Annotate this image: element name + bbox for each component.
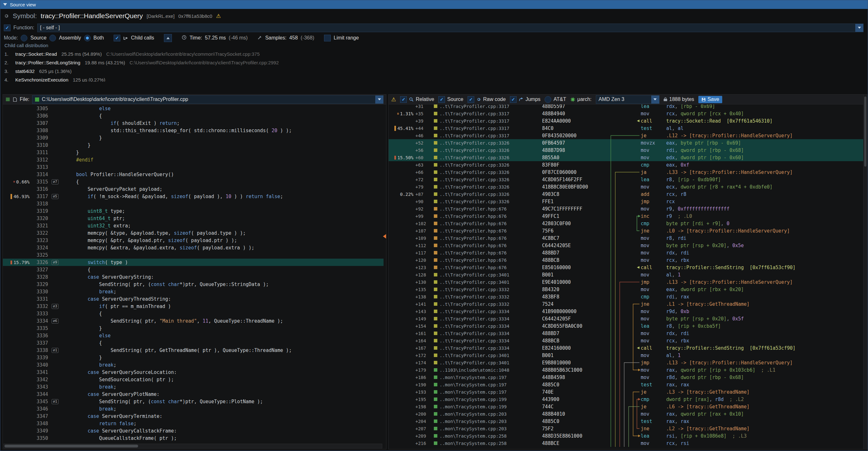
- source-line[interactable]: 3316 ServerQueryPacket payload;: [3, 185, 383, 193]
- child-calls-label[interactable]: Child calls: [131, 35, 154, 41]
- source-line[interactable]: 3313: [3, 163, 383, 171]
- function-checkbox[interactable]: ✓: [4, 25, 10, 31]
- source-line[interactable]: 0.66%3315⌀7 {: [3, 178, 383, 185]
- source-line[interactable]: 3336 else: [3, 332, 383, 339]
- asm-row[interactable]: +109..t\TracyProfiler.hpp:6764C8BC7movr8…: [389, 234, 864, 242]
- source-line[interactable]: 3337 {: [3, 339, 383, 347]
- asm-row[interactable]: +31..t\TracyProfiler.cpp:3317488D5597lea…: [389, 104, 864, 110]
- source-line[interactable]: 3323 memcpy( &ptr, &payload.ptr, sizeof(…: [3, 237, 383, 244]
- source-line[interactable]: 3345⌀1 SendString( ptr, (const char*)ptr…: [3, 398, 383, 405]
- function-select[interactable]: [ - self - ]: [37, 24, 864, 32]
- source-horizontal-scrollbar[interactable]: [3, 444, 382, 448]
- raw-code-label[interactable]: Raw code: [483, 96, 506, 102]
- child-call-entry[interactable]: 2.tracy::Profiler::SendLongString19.88 m…: [4, 58, 862, 67]
- limit-range-label[interactable]: Limit range: [334, 35, 359, 41]
- asm-row[interactable]: +39..t\TracyProfiler.cpp:3317E824AA0000c…: [389, 117, 864, 124]
- source-line[interactable]: 3321 uint32_t extra;: [3, 222, 383, 229]
- asm-row[interactable]: +193..mon\TracySystem.cpp:197740Eje.L3 -…: [389, 388, 864, 396]
- source-line[interactable]: 3339 }: [3, 354, 383, 361]
- mode-radio-both-label[interactable]: Both: [94, 35, 104, 41]
- scrollbar-thumb[interactable]: [864, 96, 866, 167]
- asm-row[interactable]: +154..t\TracyProfiler.cpp:33344C8D055FBA…: [389, 322, 864, 330]
- source-line[interactable]: 3331 case ServerQueryThreadString:: [3, 295, 383, 303]
- asm-row[interactable]: +128..t\TracyProfiler.cpp:3401B001moval,…: [389, 271, 864, 278]
- scrollbar-thumb[interactable]: [4, 445, 138, 448]
- asm-row[interactable]: +92..t\TracyProfiler.hpp:67649C7C1FFFFFF…: [389, 205, 864, 212]
- asm-row[interactable]: +164..t\TracyProfiler.cpp:3334488BCBmovr…: [389, 337, 864, 344]
- asm-row[interactable]: 15.50%+60..t\TracyProfiler.cpp:33268B55A…: [389, 154, 864, 161]
- asm-row[interactable]: +56..t\TracyProfiler.cpp:3326488B7D98mov…: [389, 147, 864, 154]
- save-button[interactable]: Save: [699, 96, 722, 103]
- asm-row[interactable]: +90..t\TracyProfiler.cpp:3326FFE1jmprcx: [389, 198, 864, 205]
- child-call-entry[interactable]: 1.tracy::Socket::Read25.25 ms (54.89%)C:…: [4, 50, 862, 58]
- asm-row[interactable]: +112..t\TracyProfiler.hpp:676C64424205Em…: [389, 242, 864, 249]
- asm-row[interactable]: +141..t\TracyProfiler.cpp:33327524jne.L1…: [389, 300, 864, 308]
- asm-row[interactable]: +198..mon\TracySystem.cpp:199744Cje.L6 -…: [389, 403, 864, 410]
- asm-row[interactable]: +172..t\TracyProfiler.cpp:3401B001moval,…: [389, 352, 864, 359]
- source-line[interactable]: 3310 }: [3, 142, 383, 149]
- asm-row[interactable]: +102..t\TracyProfiler.hpp:67642803C0F00c…: [389, 220, 864, 227]
- source-line[interactable]: 3309 }: [3, 134, 383, 142]
- asm-row[interactable]: 1.31%+35..t\TracyProfiler.cpp:3317488B49…: [389, 110, 864, 117]
- mode-radio-assembly[interactable]: [49, 35, 56, 41]
- limit-range-checkbox[interactable]: [324, 35, 331, 41]
- asm-row[interactable]: +195..mon\TracySystem.cpp:199443900cmpdw…: [389, 396, 864, 403]
- uarch-select[interactable]: AMD Zen 3: [596, 95, 659, 104]
- source-line[interactable]: 3320 uint64_t ptr;: [3, 215, 383, 222]
- source-label[interactable]: Source: [447, 96, 463, 102]
- source-line[interactable]: 3344 case ServerQueryPlotName:: [3, 390, 383, 398]
- source-line[interactable]: 3346 break;: [3, 405, 383, 413]
- jumps-checkbox[interactable]: ✓: [510, 96, 517, 103]
- asm-row[interactable]: +79..t\TracyProfiler.cpp:3326418B8C80E0B…: [389, 183, 864, 190]
- asm-row[interactable]: +200..mon\TracySystem.cpp:203488B4010mov…: [389, 410, 864, 418]
- source-line[interactable]: 3324 memcpy( &extra, &payload.extra, siz…: [3, 244, 383, 251]
- asm-row[interactable]: +117..t\TracyProfiler.hpp:676488BD7movrd…: [389, 249, 864, 257]
- chevron-down-icon[interactable]: [855, 24, 863, 32]
- source-line[interactable]: 3322 memcpy( &type, &payload.type, sizeo…: [3, 229, 383, 237]
- source-line[interactable]: 3307 if( shouldExit ) return;: [3, 119, 383, 127]
- source-line[interactable]: 3330 break;: [3, 288, 383, 295]
- jumps-label[interactable]: Jumps: [526, 96, 540, 102]
- mode-radio-assembly-label[interactable]: Assembly: [59, 35, 81, 41]
- asm-row[interactable]: +186..mon\TracySystem.cpp:197448B4598mov…: [389, 373, 864, 381]
- source-line[interactable]: 3338⌀1 SendString( ptr, GetThreadName( p…: [3, 347, 383, 354]
- source-line[interactable]: 3328 case ServerQueryString:: [3, 273, 383, 280]
- source-line[interactable]: 3347 case ServerQueryTerminate:: [3, 413, 383, 420]
- source-line[interactable]: 15.79%3326⌀9 switch( type ): [3, 259, 383, 266]
- main-vertical-scrollbar[interactable]: [863, 94, 867, 449]
- asm-row[interactable]: +46..t\TracyProfiler.cpp:33170F843502000…: [389, 132, 864, 139]
- source-line[interactable]: 3306 {: [3, 112, 383, 119]
- asm-row[interactable]: +123..t\TracyProfiler.hpp:676E850160000c…: [389, 264, 864, 271]
- source-line[interactable]: 3311 }: [3, 149, 383, 156]
- asm-row[interactable]: +161..t\TracyProfiler.cpp:3334488BD7movr…: [389, 330, 864, 337]
- asm-row[interactable]: +130..t\TracyProfiler.cpp:3401E9E4010000…: [389, 278, 864, 286]
- asm-row[interactable]: +120..t\TracyProfiler.hpp:676488BCBmovrc…: [389, 257, 864, 264]
- raw-code-checkbox[interactable]: ✓: [468, 96, 474, 103]
- source-line[interactable]: 3350 QueueCallstackFrame( ptr );: [3, 434, 383, 442]
- source-line[interactable]: 3329 SendString( ptr, (const char*)ptr, …: [3, 280, 383, 288]
- asm-row[interactable]: +204..mon\TracySystem.cpp:2034885C0testr…: [389, 418, 864, 425]
- asm-row[interactable]: +167..t\TracyProfiler.cpp:3334E824160000…: [389, 344, 864, 352]
- asm-row[interactable]: +63..t\TracyProfiler.cpp:332683F80Fcmpea…: [389, 161, 864, 169]
- asm-row[interactable]: 0.22%+87..t\TracyProfiler.cpp:33264903C8…: [389, 190, 864, 198]
- collapse-icon[interactable]: [3, 3, 7, 6]
- child-call-entry[interactable]: 4.KeSynchronizeExecution125 μs (0.27%): [4, 76, 862, 82]
- asm-row[interactable]: 45.41%+44..t\TracyProfiler.cpp:331784C0t…: [389, 124, 864, 132]
- asm-row[interactable]: +179..1103\include\atomic:1048488B05B63C…: [389, 366, 864, 373]
- asm-row[interactable]: +216..mon\TracySystem.cpp:258488BCEmovrc…: [389, 440, 864, 447]
- relative-checkbox[interactable]: ✓: [400, 96, 407, 103]
- source-line[interactable]: 3314 bool Profiler::HandleServerQuery(): [3, 171, 383, 178]
- asm-row[interactable]: +107..t\TracyProfiler.hpp:67675F6jne.L0 …: [389, 227, 864, 234]
- source-line[interactable]: 3318: [3, 200, 383, 207]
- source-line[interactable]: 3349 case ServerQueryCallstackFrame:: [3, 427, 383, 434]
- source-line[interactable]: 3325: [3, 251, 383, 259]
- asm-row[interactable]: +66..t\TracyProfiler.cpp:33260F87CE06000…: [389, 169, 864, 176]
- asm-row[interactable]: +174..t\TracyProfiler.cpp:3401E9B8010000…: [389, 359, 864, 366]
- window-titlebar[interactable]: Source view: [0, 0, 868, 9]
- asm-row[interactable]: +138..t\TracyProfiler.cpp:3332483BF8cmpr…: [389, 293, 864, 300]
- asm-row[interactable]: +52..t\TracyProfiler.cpp:33260FB64597mov…: [389, 139, 864, 147]
- source-line[interactable]: 3319 uint8_t type;: [3, 207, 383, 215]
- child-calls-checkbox[interactable]: ✓: [114, 35, 120, 41]
- source-line[interactable]: 3340 break;: [3, 361, 383, 368]
- chevron-down-icon[interactable]: [375, 95, 383, 103]
